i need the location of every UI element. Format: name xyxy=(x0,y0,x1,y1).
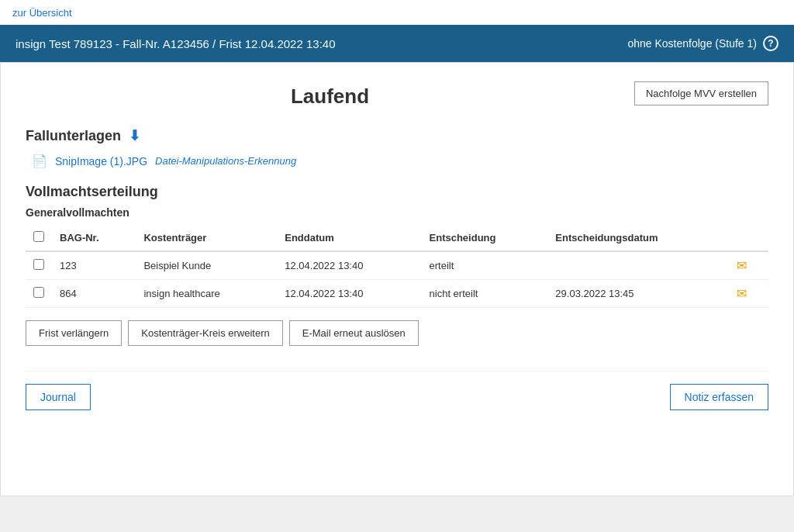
vollmacht-title: Vollmachtserteilung xyxy=(26,184,768,200)
select-all-checkbox[interactable] xyxy=(33,231,44,242)
footer-buttons: Journal Notiz erfassen xyxy=(26,371,768,410)
generalvollmacht-label: Generalvollmachten xyxy=(26,206,768,219)
main-card: Laufend Nachfolge MVV erstellen Fallunte… xyxy=(0,62,794,496)
row-checkbox-cell xyxy=(26,280,52,308)
row-kostentraeger: insign healthcare xyxy=(136,280,277,308)
action-buttons: Frist verlängern Kostenträger-Kreis erwe… xyxy=(26,320,768,346)
status-section: Laufend Nachfolge MVV erstellen xyxy=(26,81,768,109)
email-icon[interactable]: ✉ xyxy=(737,259,747,272)
help-icon[interactable]: ? xyxy=(763,36,778,51)
row-entscheidungsdatum: 29.03.2022 13:45 xyxy=(547,280,729,308)
row-entscheidung: erteilt xyxy=(422,251,548,280)
row-entscheidung: nicht erteilt xyxy=(422,280,548,308)
top-nav: zur Übersicht xyxy=(0,0,794,25)
vollmacht-table: BAG-Nr. Kostenträger Enddatum Entscheidu… xyxy=(26,225,768,308)
table-row: 864 insign healthcare 12.04.2022 13:40 n… xyxy=(26,280,768,308)
download-icon[interactable]: ⬇ xyxy=(129,127,140,144)
row-email-cell: ✉ xyxy=(729,280,768,308)
row-bag-nr: 864 xyxy=(52,280,136,308)
col-entscheidungsdatum: Entscheidungsdatum xyxy=(547,225,729,251)
row-checkbox-0[interactable] xyxy=(33,259,44,270)
col-bag-nr: BAG-Nr. xyxy=(52,225,136,251)
row-bag-nr: 123 xyxy=(52,251,136,280)
header-right: ohne Kostenfolge (Stufe 1) ? xyxy=(627,36,778,51)
row-enddatum: 12.04.2022 13:40 xyxy=(277,280,421,308)
file-link[interactable]: SnipImage (1).JPG xyxy=(55,155,147,168)
back-link[interactable]: zur Übersicht xyxy=(12,7,72,19)
frist-verlaengern-button[interactable]: Frist verlängern xyxy=(26,320,122,346)
notiz-erfassen-button[interactable]: Notiz erfassen xyxy=(670,384,768,410)
row-checkbox-1[interactable] xyxy=(33,287,44,298)
header-title: insign Test 789123 - Fall-Nr. A123456 / … xyxy=(16,37,336,50)
col-check xyxy=(26,225,52,251)
col-action xyxy=(729,225,768,251)
header-bar: insign Test 789123 - Fall-Nr. A123456 / … xyxy=(0,25,794,62)
vollmacht-section: Vollmachtserteilung Generalvollmachten B… xyxy=(26,184,768,346)
table-header-row: BAG-Nr. Kostenträger Enddatum Entscheidu… xyxy=(26,225,768,251)
email-icon[interactable]: ✉ xyxy=(737,287,747,300)
journal-button[interactable]: Journal xyxy=(26,384,91,410)
email-ausloesen-button[interactable]: E-Mail erneut auslösen xyxy=(289,320,419,346)
col-enddatum: Enddatum xyxy=(277,225,421,251)
table-row: 123 Beispiel Kunde 12.04.2022 13:40 erte… xyxy=(26,251,768,280)
row-entscheidungsdatum xyxy=(547,251,729,280)
kostenfolge-label: ohne Kostenfolge (Stufe 1) xyxy=(627,37,757,50)
row-enddatum: 12.04.2022 13:40 xyxy=(277,251,421,280)
kostentraeger-erweitern-button[interactable]: Kostenträger-Kreis erweitern xyxy=(128,320,282,346)
row-checkbox-cell xyxy=(26,251,52,280)
col-kostentraeger: Kostenträger xyxy=(136,225,277,251)
file-row: 📄 SnipImage (1).JPG Datei-Manipulations-… xyxy=(32,154,768,168)
file-icon: 📄 xyxy=(32,154,47,168)
nachfolge-button[interactable]: Nachfolge MVV erstellen xyxy=(634,81,768,105)
fallunterlagen-section: Fallunterlagen ⬇ 📄 SnipImage (1).JPG Dat… xyxy=(26,127,768,168)
row-kostentraeger: Beispiel Kunde xyxy=(136,251,277,280)
fallunterlagen-title: Fallunterlagen ⬇ xyxy=(26,127,768,144)
col-entscheidung: Entscheidung xyxy=(422,225,548,251)
file-tag: Datei-Manipulations-Erkennung xyxy=(155,155,296,167)
row-email-cell: ✉ xyxy=(729,251,768,280)
status-title: Laufend xyxy=(26,81,634,109)
